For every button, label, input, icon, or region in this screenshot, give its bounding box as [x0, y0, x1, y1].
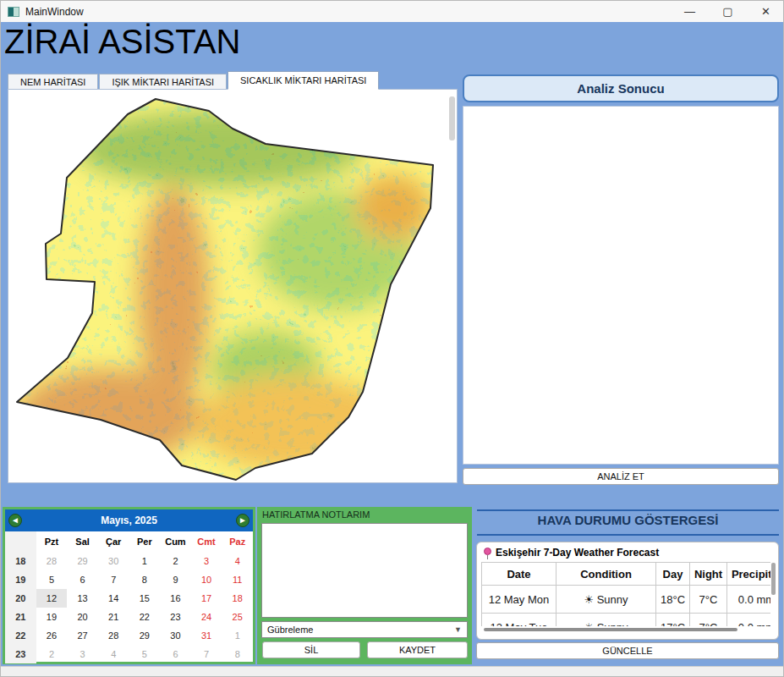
temperature-map-panel[interactable]	[8, 89, 458, 483]
weather-col-date: Date	[482, 563, 556, 586]
calendar-day-cell[interactable]: 9	[160, 570, 191, 589]
minimize-button[interactable]: —	[671, 1, 709, 22]
calendar-day-cell[interactable]: 20	[67, 608, 98, 626]
calendar-day-cell[interactable]: 22	[129, 608, 161, 626]
calendar-day-cell[interactable]: 1	[222, 626, 253, 645]
calendar-day-cell[interactable]: 27	[67, 626, 98, 645]
close-button[interactable]: ✕	[747, 1, 784, 22]
weather-col-condition: Condition	[556, 563, 656, 586]
calendar-day-cell[interactable]: 28	[98, 626, 129, 645]
weather-cell-precipitation: 0.0 mm	[727, 586, 771, 614]
weather-vertical-scrollbar[interactable]	[771, 563, 776, 595]
calendar-day-cell[interactable]: 10	[191, 570, 222, 589]
calendar-day-cell[interactable]: 7	[191, 645, 222, 663]
week-number: 23	[5, 645, 36, 663]
calendar-day-cell[interactable]: 17	[191, 589, 222, 608]
weather-bottom-rule	[477, 534, 779, 536]
week-number: 20	[5, 589, 36, 608]
calendar-day-cell[interactable]: 25	[222, 608, 253, 626]
calendar-day-cell[interactable]: 3	[191, 552, 222, 570]
calendar-prev-icon[interactable]: ◄	[8, 514, 22, 527]
calendar-day-cell[interactable]: 4	[222, 552, 253, 570]
temperature-heatmap	[8, 90, 457, 482]
calendar-day-cell[interactable]: 14	[98, 589, 129, 608]
tab-0[interactable]: NEM HARİTASI	[8, 74, 98, 90]
page-title: ZİRAİ ASİSTAN	[4, 23, 240, 61]
weather-cell-night-temp: 7°C	[690, 586, 727, 614]
weather-col-precipitat: Precipitat	[727, 563, 771, 586]
calendar-day-cell[interactable]: 15	[129, 589, 161, 608]
day-header-paz: Paz	[222, 531, 253, 552]
delete-note-button[interactable]: SİL	[262, 641, 360, 658]
week-number: 19	[5, 570, 36, 589]
calendar-day-cell[interactable]: 30	[160, 626, 191, 645]
day-header-sal: Sal	[67, 531, 98, 552]
dropdown-selected-value: Gübreleme	[267, 625, 313, 635]
calendar-day-cell[interactable]: 28	[36, 552, 68, 570]
map-tabs: NEM HARİTASIIŞIK MİKTARI HARİTASISICAKLI…	[8, 71, 380, 90]
calendar-day-cell[interactable]: 7	[98, 570, 129, 589]
weather-row: 13 May Tue☀ Sunny17°C7°C0.0 mm	[482, 614, 771, 627]
weather-cell-day-temp: 18°C	[656, 586, 690, 614]
update-weather-button[interactable]: GÜNCELLE	[476, 642, 779, 659]
calendar-day-cell[interactable]: 8	[129, 570, 161, 589]
location-pin-icon	[484, 548, 491, 555]
notes-label: HATIRLATMA NOTLARIM	[262, 509, 370, 520]
weather-section-title: HAVA DURUMU GÖSTERGESİ	[477, 513, 779, 527]
weather-forecast-card: Eskişehir 7-Day Weather Forecast DateCon…	[476, 542, 779, 640]
analyze-button[interactable]: ANALİZ ET	[463, 468, 779, 485]
calendar-day-cell[interactable]: 31	[191, 626, 222, 645]
calendar-day-cell[interactable]: 6	[160, 645, 191, 663]
title-bar: MainWindow — ▢ ✕	[1, 1, 784, 22]
calendar-day-cell[interactable]: 8	[222, 645, 253, 663]
calendar-day-cell[interactable]: 2	[36, 645, 68, 663]
save-note-button[interactable]: KAYDET	[367, 641, 468, 658]
weather-cell-date: 12 May Mon	[482, 586, 556, 614]
weather-col-day: Day	[656, 563, 690, 586]
calendar-day-cell[interactable]: 5	[36, 570, 68, 589]
weather-row: 12 May Mon☀ Sunny18°C7°C0.0 mm	[482, 586, 771, 614]
weather-card-title: Eskişehir 7-Day Weather Forecast	[484, 547, 659, 559]
calendar-day-cell[interactable]: 18	[222, 589, 253, 608]
analysis-result-box	[463, 106, 779, 465]
calendar-day-cell[interactable]: 26	[36, 626, 68, 645]
calendar-day-cell[interactable]: 12	[36, 589, 68, 608]
main-window: MainWindow — ▢ ✕ ZİRAİ ASİSTAN NEM HARİT…	[0, 0, 784, 677]
calendar-day-cell[interactable]: 29	[67, 552, 98, 570]
calendar-day-cell[interactable]: 3	[67, 645, 98, 663]
tab-2[interactable]: SICAKLIK MİKTARI HARİTASI	[228, 71, 379, 90]
note-category-dropdown[interactable]: Gübreleme ▼	[261, 621, 468, 638]
maximize-button[interactable]: ▢	[709, 1, 747, 22]
week-number: 18	[5, 552, 36, 570]
calendar-day-cell[interactable]: 11	[222, 570, 253, 589]
calendar-day-cell[interactable]: 2	[160, 552, 191, 570]
day-header-cum: Cum	[160, 531, 191, 552]
calendar-day-cell[interactable]: 29	[129, 626, 161, 645]
calendar-day-cell[interactable]: 5	[129, 645, 161, 663]
weather-cell-night-temp: 7°C	[690, 614, 727, 627]
calendar-next-icon[interactable]: ►	[236, 514, 249, 527]
calendar-day-cell[interactable]: 1	[129, 552, 161, 570]
day-header-cmt: Cmt	[191, 531, 222, 552]
calendar-day-cell[interactable]: 21	[98, 608, 129, 626]
calendar-day-cell[interactable]: 19	[36, 608, 68, 626]
calendar-day-cell[interactable]: 23	[160, 608, 191, 626]
calendar-grid: PztSalÇarPerCumCmtPaz1828293012341956789…	[5, 531, 253, 663]
calendar-day-cell[interactable]: 24	[191, 608, 222, 626]
analysis-result-header: Analiz Sonucu	[463, 74, 779, 102]
weather-horizontal-scrollbar[interactable]	[484, 628, 737, 631]
weather-table-scroll-area[interactable]: DateConditionDayNightPrecipitat12 May Mo…	[481, 562, 770, 626]
calendar-day-cell[interactable]: 16	[160, 589, 191, 608]
tab-1[interactable]: IŞIK MİKTARI HARİTASI	[99, 74, 227, 90]
weather-cell-condition: ☀ Sunny	[556, 586, 656, 614]
app-icon	[8, 7, 19, 17]
window-title: MainWindow	[25, 6, 84, 18]
calendar-day-cell[interactable]: 30	[98, 552, 129, 570]
calendar-day-cell[interactable]: 6	[67, 570, 98, 589]
notes-textarea[interactable]	[261, 523, 468, 618]
calendar-day-cell[interactable]: 13	[67, 589, 98, 608]
day-header-per: Per	[129, 531, 161, 552]
map-scrollbar[interactable]	[449, 96, 455, 140]
weather-card-title-text: Eskişehir 7-Day Weather Forecast	[496, 547, 659, 559]
calendar-day-cell[interactable]: 4	[98, 645, 129, 663]
